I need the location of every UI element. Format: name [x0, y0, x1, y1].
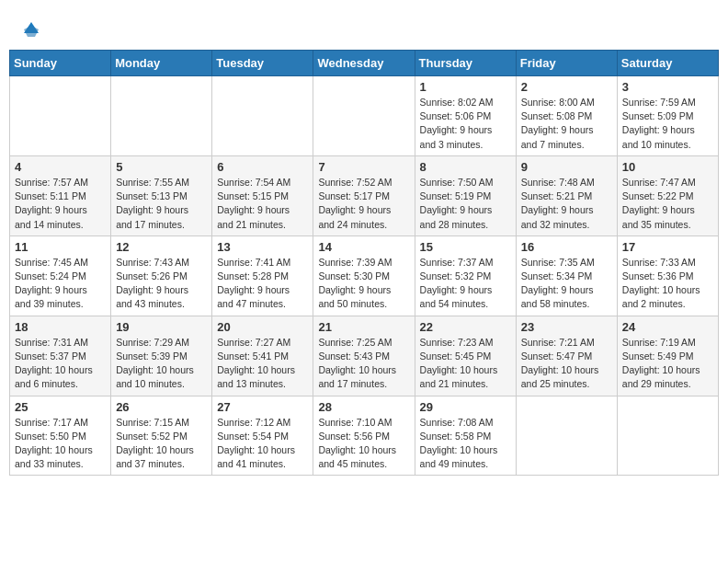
day-info: Sunrise: 7:29 AMSunset: 5:39 PMDaylight:…: [116, 336, 207, 392]
weekday-header-monday: Monday: [111, 51, 212, 76]
calendar-cell: 3Sunrise: 7:59 AMSunset: 5:09 PMDaylight…: [617, 76, 718, 156]
calendar-cell: 2Sunrise: 8:00 AMSunset: 5:08 PMDaylight…: [516, 76, 617, 156]
day-number: 25: [15, 400, 106, 414]
weekday-header-saturday: Saturday: [617, 51, 718, 76]
day-number: 16: [521, 240, 612, 254]
day-info: Sunrise: 7:54 AMSunset: 5:15 PMDaylight:…: [217, 176, 308, 232]
calendar-week-row: 1Sunrise: 8:02 AMSunset: 5:06 PMDaylight…: [10, 76, 719, 156]
calendar-cell: 8Sunrise: 7:50 AMSunset: 5:19 PMDaylight…: [415, 155, 516, 236]
day-info: Sunrise: 7:37 AMSunset: 5:32 PMDaylight:…: [420, 256, 511, 312]
day-info: Sunrise: 8:00 AMSunset: 5:08 PMDaylight:…: [521, 96, 612, 152]
day-number: 24: [622, 320, 713, 334]
day-info: Sunrise: 7:25 AMSunset: 5:43 PMDaylight:…: [318, 336, 409, 392]
day-number: 5: [116, 160, 207, 174]
weekday-header-wednesday: Wednesday: [313, 51, 415, 76]
day-number: 27: [217, 400, 308, 414]
weekday-header-tuesday: Tuesday: [212, 51, 313, 76]
day-info: Sunrise: 7:33 AMSunset: 5:36 PMDaylight:…: [622, 256, 713, 312]
calendar-cell: 5Sunrise: 7:55 AMSunset: 5:13 PMDaylight…: [111, 155, 212, 236]
calendar-cell: 6Sunrise: 7:54 AMSunset: 5:15 PMDaylight…: [212, 155, 313, 236]
day-info: Sunrise: 7:23 AMSunset: 5:45 PMDaylight:…: [420, 336, 511, 392]
calendar-cell: 23Sunrise: 7:21 AMSunset: 5:47 PMDayligh…: [516, 316, 617, 396]
calendar-cell: [617, 396, 718, 476]
calendar-cell: [10, 76, 111, 156]
calendar-cell: 15Sunrise: 7:37 AMSunset: 5:32 PMDayligh…: [415, 236, 516, 316]
day-number: 23: [521, 320, 612, 334]
day-number: 1: [420, 80, 511, 94]
day-info: Sunrise: 8:02 AMSunset: 5:06 PMDaylight:…: [420, 96, 511, 152]
logo-icon: [20, 18, 42, 40]
day-number: 11: [15, 240, 106, 254]
calendar-cell: 24Sunrise: 7:19 AMSunset: 5:49 PMDayligh…: [617, 316, 718, 396]
day-info: Sunrise: 7:10 AMSunset: 5:56 PMDaylight:…: [318, 416, 409, 472]
calendar-cell: 16Sunrise: 7:35 AMSunset: 5:34 PMDayligh…: [516, 236, 617, 316]
day-number: 29: [420, 400, 511, 414]
day-info: Sunrise: 7:15 AMSunset: 5:52 PMDaylight:…: [116, 416, 207, 472]
day-info: Sunrise: 7:43 AMSunset: 5:26 PMDaylight:…: [116, 256, 207, 312]
calendar-cell: 12Sunrise: 7:43 AMSunset: 5:26 PMDayligh…: [111, 236, 212, 316]
day-number: 12: [116, 240, 207, 254]
day-info: Sunrise: 7:50 AMSunset: 5:19 PMDaylight:…: [420, 176, 511, 232]
day-number: 28: [318, 400, 409, 414]
calendar-week-row: 18Sunrise: 7:31 AMSunset: 5:37 PMDayligh…: [10, 316, 719, 396]
calendar-cell: 25Sunrise: 7:17 AMSunset: 5:50 PMDayligh…: [10, 396, 111, 476]
calendar-cell: 11Sunrise: 7:45 AMSunset: 5:24 PMDayligh…: [10, 236, 111, 316]
calendar-cell: [516, 396, 617, 476]
day-number: 10: [622, 160, 713, 174]
calendar-cell: [313, 76, 415, 156]
day-info: Sunrise: 7:12 AMSunset: 5:54 PMDaylight:…: [217, 416, 308, 472]
calendar-cell: 17Sunrise: 7:33 AMSunset: 5:36 PMDayligh…: [617, 236, 718, 316]
calendar-cell: 13Sunrise: 7:41 AMSunset: 5:28 PMDayligh…: [212, 236, 313, 316]
calendar-table: SundayMondayTuesdayWednesdayThursdayFrid…: [9, 50, 719, 476]
calendar-cell: 26Sunrise: 7:15 AMSunset: 5:52 PMDayligh…: [111, 396, 212, 476]
page-header: [9, 9, 719, 45]
day-number: 7: [318, 160, 409, 174]
weekday-header-thursday: Thursday: [415, 51, 516, 76]
calendar-cell: 22Sunrise: 7:23 AMSunset: 5:45 PMDayligh…: [415, 316, 516, 396]
calendar-cell: 9Sunrise: 7:48 AMSunset: 5:21 PMDaylight…: [516, 155, 617, 236]
day-number: 8: [420, 160, 511, 174]
day-number: 15: [420, 240, 511, 254]
calendar-cell: 20Sunrise: 7:27 AMSunset: 5:41 PMDayligh…: [212, 316, 313, 396]
day-info: Sunrise: 7:27 AMSunset: 5:41 PMDaylight:…: [217, 336, 308, 392]
day-info: Sunrise: 7:21 AMSunset: 5:47 PMDaylight:…: [521, 336, 612, 392]
weekday-header-friday: Friday: [516, 51, 617, 76]
day-number: 22: [420, 320, 511, 334]
calendar-cell: 28Sunrise: 7:10 AMSunset: 5:56 PMDayligh…: [313, 396, 415, 476]
calendar-cell: [111, 76, 212, 156]
day-number: 26: [116, 400, 207, 414]
day-info: Sunrise: 7:41 AMSunset: 5:28 PMDaylight:…: [217, 256, 308, 312]
day-number: 14: [318, 240, 409, 254]
day-info: Sunrise: 7:52 AMSunset: 5:17 PMDaylight:…: [318, 176, 409, 232]
calendar-cell: 27Sunrise: 7:12 AMSunset: 5:54 PMDayligh…: [212, 396, 313, 476]
day-number: 3: [622, 80, 713, 94]
logo: [18, 18, 42, 40]
day-info: Sunrise: 7:35 AMSunset: 5:34 PMDaylight:…: [521, 256, 612, 312]
day-info: Sunrise: 7:17 AMSunset: 5:50 PMDaylight:…: [15, 416, 106, 472]
weekday-header-row: SundayMondayTuesdayWednesdayThursdayFrid…: [10, 51, 719, 76]
calendar-cell: 14Sunrise: 7:39 AMSunset: 5:30 PMDayligh…: [313, 236, 415, 316]
day-info: Sunrise: 7:19 AMSunset: 5:49 PMDaylight:…: [622, 336, 713, 392]
day-number: 18: [15, 320, 106, 334]
day-number: 6: [217, 160, 308, 174]
day-number: 19: [116, 320, 207, 334]
day-number: 13: [217, 240, 308, 254]
day-info: Sunrise: 7:08 AMSunset: 5:58 PMDaylight:…: [420, 416, 511, 472]
weekday-header-sunday: Sunday: [10, 51, 111, 76]
day-info: Sunrise: 7:47 AMSunset: 5:22 PMDaylight:…: [622, 176, 713, 232]
calendar-cell: 4Sunrise: 7:57 AMSunset: 5:11 PMDaylight…: [10, 155, 111, 236]
calendar-cell: 1Sunrise: 8:02 AMSunset: 5:06 PMDaylight…: [415, 76, 516, 156]
calendar-cell: 21Sunrise: 7:25 AMSunset: 5:43 PMDayligh…: [313, 316, 415, 396]
calendar-week-row: 11Sunrise: 7:45 AMSunset: 5:24 PMDayligh…: [10, 236, 719, 316]
day-number: 4: [15, 160, 106, 174]
calendar-week-row: 25Sunrise: 7:17 AMSunset: 5:50 PMDayligh…: [10, 396, 719, 476]
day-number: 21: [318, 320, 409, 334]
day-info: Sunrise: 7:55 AMSunset: 5:13 PMDaylight:…: [116, 176, 207, 232]
day-info: Sunrise: 7:57 AMSunset: 5:11 PMDaylight:…: [15, 176, 106, 232]
calendar-week-row: 4Sunrise: 7:57 AMSunset: 5:11 PMDaylight…: [10, 155, 719, 236]
day-number: 9: [521, 160, 612, 174]
day-number: 20: [217, 320, 308, 334]
day-info: Sunrise: 7:59 AMSunset: 5:09 PMDaylight:…: [622, 96, 713, 152]
day-number: 17: [622, 240, 713, 254]
svg-marker-1: [24, 26, 39, 37]
